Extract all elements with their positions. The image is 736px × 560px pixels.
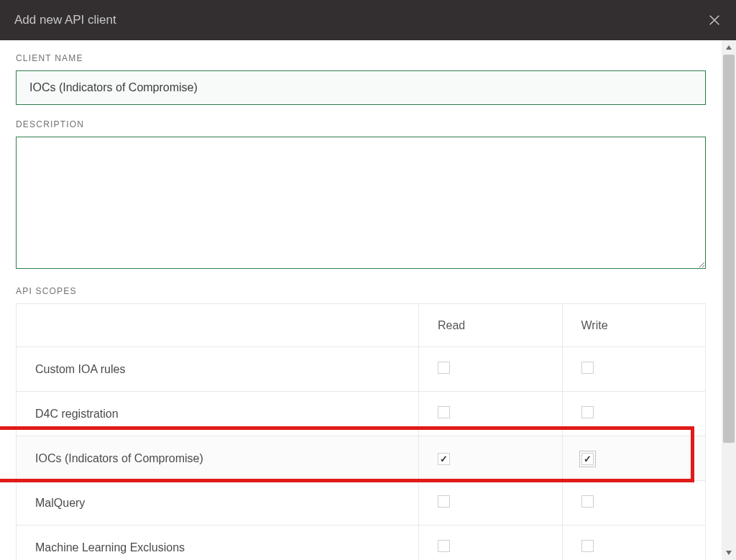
scrollbar-thumb[interactable] xyxy=(723,55,735,443)
client-name-input[interactable] xyxy=(16,70,706,105)
table-row: Custom IOA rules xyxy=(17,347,706,392)
modal-title: Add new API client xyxy=(14,13,116,27)
table-row: IOCs (Indicators of Compromise) xyxy=(17,436,706,481)
read-checkbox[interactable] xyxy=(438,362,450,374)
write-checkbox[interactable] xyxy=(581,362,594,374)
write-checkbox[interactable] xyxy=(581,406,594,418)
read-checkbox[interactable] xyxy=(438,495,450,508)
read-checkbox[interactable] xyxy=(438,406,450,418)
write-checkbox[interactable] xyxy=(581,453,594,465)
svg-marker-3 xyxy=(726,551,732,555)
content-area: CLIENT NAME DESCRIPTION API SCOPES Read … xyxy=(0,40,722,560)
scope-name: Machine Learning Exclusions xyxy=(17,525,419,561)
table-row: D4C registration xyxy=(17,392,706,436)
client-name-label: CLIENT NAME xyxy=(16,53,706,63)
table-header-write: Write xyxy=(562,304,706,347)
table-header-read: Read xyxy=(419,304,563,347)
svg-marker-2 xyxy=(726,45,732,50)
table-row: MalQuery xyxy=(17,481,706,525)
scope-name: D4C registration xyxy=(17,392,419,436)
scope-name: IOCs (Indicators of Compromise) xyxy=(17,436,419,481)
write-checkbox[interactable] xyxy=(581,495,594,508)
write-checkbox[interactable] xyxy=(581,540,594,552)
table-header-name xyxy=(17,304,419,347)
scope-name: MalQuery xyxy=(17,481,419,525)
table-row: Machine Learning Exclusions xyxy=(17,525,706,561)
scope-name: Custom IOA rules xyxy=(17,347,419,392)
api-scopes-label: API SCOPES xyxy=(16,286,706,296)
modal-header: Add new API client xyxy=(0,0,736,40)
scroll-down-arrow-icon[interactable] xyxy=(722,546,736,560)
table-header-row: Read Write xyxy=(17,304,706,347)
api-scopes-table: Read Write Custom IOA rules D4C registra… xyxy=(16,303,706,560)
close-icon[interactable] xyxy=(707,13,722,27)
vertical-scrollbar[interactable] xyxy=(722,40,736,560)
modal-body: CLIENT NAME DESCRIPTION API SCOPES Read … xyxy=(0,40,736,560)
description-textarea[interactable] xyxy=(16,137,706,269)
description-label: DESCRIPTION xyxy=(16,119,706,129)
read-checkbox[interactable] xyxy=(438,453,450,465)
read-checkbox[interactable] xyxy=(438,540,450,552)
scroll-up-arrow-icon[interactable] xyxy=(722,40,736,55)
